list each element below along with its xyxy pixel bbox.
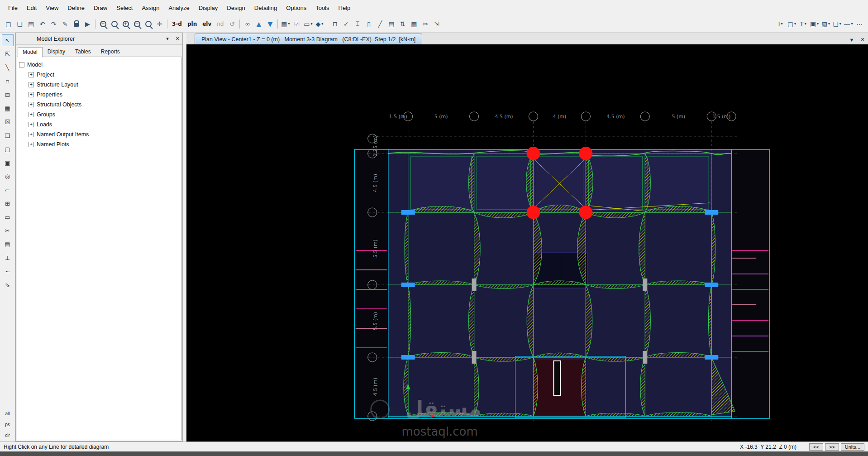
expand-icon[interactable]: + — [29, 72, 34, 77]
expand-icon[interactable]: + — [29, 122, 34, 127]
snap-corner-button[interactable]: ⌐ — [2, 184, 14, 196]
lock-model-button[interactable] — [71, 18, 82, 30]
joint-marker[interactable] — [527, 147, 540, 160]
view-options-button[interactable]: ∞ — [242, 18, 253, 30]
clear-selection-button[interactable]: clr — [2, 431, 14, 440]
panel-splitter[interactable] — [183, 33, 186, 442]
tree-node-project[interactable]: +Project — [29, 70, 179, 80]
snap-intersection-button[interactable]: ⊞ — [2, 197, 14, 209]
draw-rect-area-button[interactable]: ▢ — [2, 143, 14, 155]
tab-reports[interactable]: Reports — [96, 47, 125, 57]
select-pointer-button[interactable]: ↖ — [2, 34, 14, 46]
quick-draw-grid-button[interactable]: ▦ — [2, 102, 14, 114]
menu-detailing[interactable]: Detailing — [250, 3, 282, 13]
tree-node-groups[interactable]: +Groups — [29, 110, 179, 120]
panel-close-button[interactable]: ✕ — [172, 36, 182, 42]
show-selection-button[interactable]: ☑ — [291, 18, 302, 30]
grid-options-button[interactable]: ▦▾ — [280, 18, 291, 30]
move-down-story-button[interactable]: ▼ — [264, 18, 276, 30]
model-canvas[interactable]: 1.5 (m) 5 (m) 4.5 (m) 4 (m) 4.5 (m) 5 (m… — [186, 44, 868, 442]
menu-display[interactable]: Display — [194, 3, 223, 13]
line-style-dropdown[interactable]: —▾ — [843, 18, 854, 30]
joint-marker[interactable] — [579, 206, 592, 219]
view-list-dropdown-button[interactable]: ▼ — [846, 37, 857, 43]
draw-brace-button[interactable]: ╱ — [374, 18, 386, 30]
new-model-button[interactable]: ▢ — [3, 18, 14, 30]
view-3d-button[interactable]: 3-d — [169, 18, 185, 30]
menu-draw[interactable]: Draw — [89, 3, 112, 13]
restore-full-view-button[interactable] — [109, 18, 120, 30]
draw-line-button[interactable]: ╲ — [2, 62, 14, 73]
units-button[interactable]: Units... — [841, 443, 864, 451]
object-display-dropdown[interactable]: ▢▾ — [786, 18, 797, 30]
pan-button[interactable]: ✛ — [154, 18, 165, 30]
tree-node-model[interactable]: - Model — [19, 60, 179, 70]
more-options-button[interactable]: ⋯ — [854, 18, 865, 30]
view-plan-button[interactable]: pln — [185, 18, 200, 30]
rubber-band-zoom-button[interactable]: + — [97, 18, 109, 30]
expand-icon[interactable]: + — [29, 142, 34, 147]
check-model-button[interactable]: ✓ — [340, 18, 352, 30]
shell-assign-dropdown[interactable]: ◆▾ — [314, 18, 325, 30]
view-close-button[interactable]: ✕ — [857, 37, 868, 43]
tree-node-structure-layout[interactable]: +Structure Layout — [29, 80, 179, 90]
previous-step-button[interactable]: << — [809, 443, 823, 451]
zoom-in-button[interactable]: + — [120, 18, 131, 30]
tab-display[interactable]: Display — [43, 47, 70, 57]
joint-marker[interactable] — [527, 206, 540, 219]
menu-options[interactable]: Options — [281, 3, 311, 13]
refresh-view-button[interactable]: ↺ — [226, 18, 238, 30]
plan-view-drawing[interactable]: 1.5 (m) 5 (m) 4.5 (m) 4 (m) 4.5 (m) 5 (m… — [186, 44, 868, 442]
expand-icon[interactable]: + — [29, 132, 34, 137]
cut-section-button[interactable]: ✂ — [420, 18, 431, 30]
hatch-display-dropdown[interactable]: ▧▾ — [820, 18, 831, 30]
draw-portal-button[interactable]: ⊓ — [329, 18, 340, 30]
expand-icon[interactable]: + — [29, 92, 34, 97]
snap-perpendicular-button[interactable]: ⊥ — [2, 252, 14, 264]
menu-file[interactable]: File — [4, 3, 22, 13]
tab-model[interactable]: Model — [18, 47, 43, 57]
zoom-out-button[interactable]: − — [131, 18, 143, 30]
select-box-button[interactable]: ⊟ — [2, 89, 14, 101]
snap-curve-button[interactable]: ~ — [2, 265, 14, 277]
menu-view[interactable]: View — [41, 3, 63, 13]
text-display-dropdown[interactable]: I▾ — [775, 18, 786, 30]
previous-selection-button[interactable]: ps — [2, 420, 14, 429]
frame-display-dropdown[interactable]: ❏▾ — [831, 18, 843, 30]
swap-updown-button[interactable]: ⇅ — [397, 18, 408, 30]
plan-view-tab[interactable]: Plan View - Center1 - Z = 0 (m) Moment 3… — [195, 34, 422, 44]
draw-area-button[interactable]: ❏ — [2, 130, 14, 141]
fit-view-button[interactable]: ⇲ — [431, 18, 442, 30]
redo-button[interactable]: ↷ — [48, 18, 59, 30]
show-grid-table-button[interactable]: ▤ — [2, 238, 14, 250]
menu-assign[interactable]: Assign — [137, 3, 164, 13]
snap-slope-button[interactable]: ⇘ — [2, 279, 14, 291]
mesh-options-button[interactable]: ▦ — [408, 18, 420, 30]
undo-button[interactable]: ↶ — [37, 18, 48, 30]
quick-draw-area-button[interactable]: ▣ — [2, 157, 14, 168]
menu-select[interactable]: Select — [112, 3, 137, 13]
move-up-story-button[interactable]: ▲ — [253, 18, 264, 30]
menu-define[interactable]: Define — [63, 3, 89, 13]
tree-node-named-plots[interactable]: +Named Plots — [29, 139, 179, 149]
collapse-icon[interactable]: - — [19, 62, 24, 67]
stack-view-button[interactable]: ▤ — [386, 18, 397, 30]
expand-icon[interactable]: + — [29, 82, 34, 87]
tree-node-properties[interactable]: +Properties — [29, 90, 179, 100]
menu-tools[interactable]: Tools — [311, 3, 334, 13]
draw-joint-button[interactable]: ▫ — [2, 75, 14, 87]
joint-marker[interactable] — [579, 147, 592, 160]
edit-button[interactable]: ✎ — [59, 18, 71, 30]
clear-display-button[interactable]: ☒ — [2, 116, 14, 128]
tab-tables[interactable]: Tables — [70, 47, 96, 57]
menu-analyze[interactable]: Analyze — [164, 3, 194, 13]
expand-icon[interactable]: + — [29, 112, 34, 117]
reshape-object-button[interactable]: ⇱ — [2, 48, 14, 60]
select-all-button[interactable]: all — [2, 409, 14, 418]
view-elevation-button[interactable]: elv — [200, 18, 214, 30]
menu-design[interactable]: Design — [222, 3, 249, 13]
frame-assign-dropdown[interactable]: ▭▾ — [302, 18, 314, 30]
draw-wall-button[interactable]: ▭ — [2, 211, 14, 223]
tree-node-structural-objects[interactable]: +Structural Objects — [29, 100, 179, 110]
menu-help[interactable]: Help — [334, 3, 355, 13]
